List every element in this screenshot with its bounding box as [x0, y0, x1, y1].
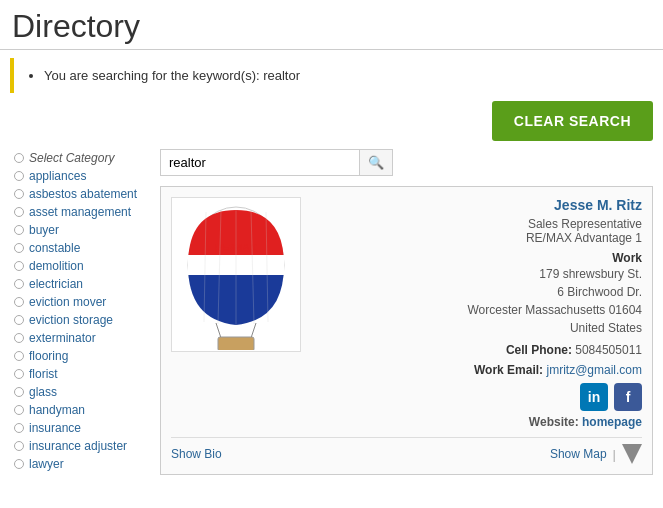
card-image: RE/MAX: [171, 197, 301, 352]
sidebar-item-electrician[interactable]: electrician: [10, 275, 150, 293]
radio-icon: [14, 423, 24, 433]
sidebar-item-insurance[interactable]: insurance: [10, 419, 150, 437]
radio-icon: [14, 153, 24, 163]
radio-icon: [14, 315, 24, 325]
page-title: Directory: [0, 0, 663, 50]
sidebar-item-label: glass: [29, 385, 57, 399]
sidebar-item-label: constable: [29, 241, 80, 255]
search-notice-text: You are searching for the keyword(s): re…: [44, 68, 300, 83]
social-icons: in f: [313, 383, 642, 411]
address-line2: 6 Birchwood Dr.: [313, 283, 642, 301]
clear-search-button[interactable]: CLEAR SEARCH: [492, 101, 653, 141]
sidebar-item-flooring[interactable]: flooring: [10, 347, 150, 365]
contact-name: Jesse M. Ritz: [313, 197, 642, 213]
radio-icon: [14, 189, 24, 199]
email-link[interactable]: jmritz@gmail.com: [546, 363, 642, 377]
sidebar-item-label: electrician: [29, 277, 83, 291]
pipe-separator: |: [613, 447, 616, 462]
sidebar-item-glass[interactable]: glass: [10, 383, 150, 401]
clear-search-wrap: CLEAR SEARCH: [0, 101, 663, 149]
search-icon: 🔍: [368, 155, 384, 170]
sidebar-item-label: insurance adjuster: [29, 439, 127, 453]
radio-icon: [14, 279, 24, 289]
radio-icon: [14, 243, 24, 253]
svg-line-3: [216, 323, 221, 338]
radio-icon: [14, 351, 24, 361]
sidebar-item-insurance-adjuster[interactable]: insurance adjuster: [10, 437, 150, 455]
sidebar-item-label: Select Category: [29, 151, 114, 165]
sidebar-item-exterminator[interactable]: exterminator: [10, 329, 150, 347]
radio-icon: [14, 207, 24, 217]
radio-icon: [14, 441, 24, 451]
show-bio-link[interactable]: Show Bio: [171, 447, 222, 461]
address-line1: 179 shrewsbury St.: [313, 265, 642, 283]
cell-row: Cell Phone: 5084505011: [313, 343, 642, 357]
sidebar-item-asbestos-abatement[interactable]: asbestos abatement: [10, 185, 150, 203]
sidebar-item-label: flooring: [29, 349, 68, 363]
cell-label: Cell Phone:: [506, 343, 572, 357]
radio-icon: [14, 387, 24, 397]
search-input[interactable]: [160, 149, 360, 176]
linkedin-icon[interactable]: in: [580, 383, 608, 411]
map-arrow-icon[interactable]: [622, 444, 642, 464]
address-line4: United States: [313, 319, 642, 337]
radio-icon: [14, 171, 24, 181]
sidebar-item-asset-management[interactable]: asset management: [10, 203, 150, 221]
email-row: Work Email: jmritz@gmail.com: [313, 363, 642, 377]
sidebar-item-eviction-mover[interactable]: eviction mover: [10, 293, 150, 311]
radio-icon: [14, 297, 24, 307]
contact-title: Sales Representative: [313, 217, 642, 231]
result-card: RE/MAX J: [160, 186, 653, 475]
sidebar-item-appliances[interactable]: appliances: [10, 167, 150, 185]
website-row: Website: homepage: [313, 415, 642, 429]
sidebar-item-label: exterminator: [29, 331, 96, 345]
search-bar: 🔍: [160, 149, 653, 176]
sidebar-item-lawyer[interactable]: lawyer: [10, 455, 150, 473]
sidebar-item-label: asbestos abatement: [29, 187, 137, 201]
radio-icon: [14, 333, 24, 343]
facebook-icon[interactable]: f: [614, 383, 642, 411]
website-link[interactable]: homepage: [582, 415, 642, 429]
sidebar-item-label: handyman: [29, 403, 85, 417]
sidebar-item-label: appliances: [29, 169, 86, 183]
content-area: 🔍 RE/MAX: [160, 149, 653, 475]
sidebar-item-label: demolition: [29, 259, 84, 273]
svg-rect-5: [218, 337, 254, 350]
card-info: Jesse M. Ritz Sales Representative RE/MA…: [313, 197, 642, 429]
email-label: Work Email:: [474, 363, 543, 377]
show-map-area: Show Map |: [550, 444, 642, 464]
sidebar-item-select-category[interactable]: Select Category: [10, 149, 150, 167]
sidebar-item-label: asset management: [29, 205, 131, 219]
sidebar-item-florist[interactable]: florist: [10, 365, 150, 383]
search-notice-bar: You are searching for the keyword(s): re…: [10, 58, 653, 93]
sidebar-item-label: florist: [29, 367, 58, 381]
svg-text:RE/MAX: RE/MAX: [215, 242, 258, 254]
website-label: Website:: [529, 415, 579, 429]
sidebar-item-label: buyer: [29, 223, 59, 237]
radio-icon: [14, 405, 24, 415]
card-footer: Show Bio Show Map |: [171, 437, 642, 464]
cell-value: 5084505011: [575, 343, 642, 357]
card-top: RE/MAX J: [171, 197, 642, 429]
sidebar-item-label: insurance: [29, 421, 81, 435]
main-layout: Select Category appliances asbestos abat…: [0, 149, 663, 475]
search-button[interactable]: 🔍: [360, 149, 393, 176]
svg-line-4: [251, 323, 256, 338]
sidebar-item-eviction-storage[interactable]: eviction storage: [10, 311, 150, 329]
sidebar-item-label: eviction mover: [29, 295, 106, 309]
radio-icon: [14, 459, 24, 469]
sidebar-item-label: lawyer: [29, 457, 64, 471]
sidebar: Select Category appliances asbestos abat…: [10, 149, 160, 475]
contact-company: RE/MAX Advantage 1: [313, 231, 642, 245]
radio-icon: [14, 261, 24, 271]
radio-icon: [14, 225, 24, 235]
address-line3: Worcester Massachusetts 01604: [313, 301, 642, 319]
sidebar-item-handyman[interactable]: handyman: [10, 401, 150, 419]
show-map-link[interactable]: Show Map: [550, 447, 607, 461]
sidebar-item-buyer[interactable]: buyer: [10, 221, 150, 239]
sidebar-item-demolition[interactable]: demolition: [10, 257, 150, 275]
sidebar-item-label: eviction storage: [29, 313, 113, 327]
sidebar-item-constable[interactable]: constable: [10, 239, 150, 257]
radio-icon: [14, 369, 24, 379]
work-label: Work: [313, 251, 642, 265]
